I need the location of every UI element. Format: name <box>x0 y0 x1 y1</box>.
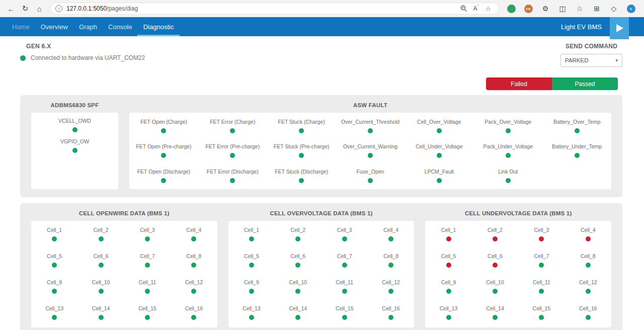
cell-panel-title: CELL OVERVOLTAGE DATA (BMS 1) <box>228 210 415 216</box>
status-label: Cell_9 <box>47 279 62 285</box>
status-indicator: FET Stuck (Charge) <box>267 115 336 139</box>
status-label: Cell_1 <box>441 227 456 233</box>
status-label: Cell_1 <box>244 227 259 233</box>
status-dot-passed <box>230 128 235 133</box>
status-dot-passed <box>230 153 235 158</box>
status-dot-passed <box>446 289 451 294</box>
status-indicator: Cell_8 <box>368 249 414 275</box>
cell-panel: CELL OVERVOLTAGE DATA (BMS 1)Cell_1Cell_… <box>228 203 415 330</box>
read-aloud-caron: ˇ <box>477 4 479 9</box>
status-indicator: VGPIO_OW <box>31 138 118 153</box>
status-indicator: Cell_1 <box>228 223 275 249</box>
status-label: Cell_14 <box>486 305 504 311</box>
status-indicator: Cell_13 <box>228 301 275 327</box>
collections-icon[interactable]: ⊞ <box>590 2 604 16</box>
status-label: Pack_Under_Voltage <box>483 143 533 149</box>
chevron-down-icon: ▾ <box>615 58 618 63</box>
status-indicator: Cell_13 <box>31 301 77 327</box>
status-dot-passed <box>249 315 254 320</box>
status-indicator: Cell_14 <box>77 301 124 327</box>
status-indicator: Cell_5 <box>31 249 77 275</box>
status-dot-passed <box>342 263 347 268</box>
status-label: Cell_11 <box>533 279 550 285</box>
status-dot-passed <box>493 315 498 320</box>
status-dot-passed <box>539 315 544 320</box>
status-label: VGPIO_OW <box>60 138 89 144</box>
status-dot-passed <box>191 315 196 320</box>
status-label: Cell_12 <box>185 279 203 285</box>
back-icon[interactable]: ← <box>4 2 18 16</box>
status-indicator: Cell_7 <box>518 249 565 275</box>
zoom-icon[interactable] <box>458 3 470 14</box>
read-aloud-icon[interactable]: Aˇ <box>470 3 482 14</box>
status-label: Cell_3 <box>337 227 352 233</box>
status-indicator: Link Out <box>473 164 542 189</box>
status-label: Cell_2 <box>94 227 109 233</box>
copilot-icon-badge: e <box>627 5 635 13</box>
refresh-icon[interactable]: ↻ <box>18 2 32 16</box>
status-indicator: Cell_4 <box>171 223 217 249</box>
zoom-magnifier-glyph <box>460 5 467 12</box>
status-label: Link Out <box>498 169 518 175</box>
status-dot-passed <box>99 236 104 241</box>
status-dot-passed <box>506 128 511 133</box>
page-header: GEN 6.X Connected to hardware via UART_C… <box>20 43 622 67</box>
status-dot-passed <box>99 263 104 268</box>
command-select[interactable]: PARKED ▾ <box>560 54 622 67</box>
status-label: Cell_15 <box>533 305 551 311</box>
status-indicator: FET Open (Charge) <box>129 115 198 139</box>
address-bar[interactable]: i 127.0.0.1:5050/pages/diag Aˇ ☆ <box>50 3 499 15</box>
favorite-star-icon[interactable]: ☆ <box>482 3 494 14</box>
tab-graph[interactable]: Graph <box>79 17 97 36</box>
tab-overview[interactable]: Overview <box>41 17 68 36</box>
me-extension-icon[interactable]: me <box>521 2 535 16</box>
cell-panel-title: CELL OPENWIRE DATA (BMS 1) <box>31 210 217 216</box>
status-indicator: Cell_10 <box>77 275 124 301</box>
favorites-icon[interactable]: ☆ <box>573 2 587 16</box>
status-indicator: Cell_10 <box>275 275 321 301</box>
cell-panel: CELL UNDERVOLTAGE DATA (BMS 1)Cell_1Cell… <box>425 203 611 330</box>
status-dot-passed <box>342 289 347 294</box>
status-dot-passed <box>72 127 77 132</box>
status-label: VCELL_OWD <box>58 118 91 124</box>
extensions-gear-icon[interactable]: ⚙ <box>538 2 552 16</box>
extension-green-icon[interactable] <box>504 2 518 16</box>
status-label: Over_Current_Threshold <box>341 119 399 125</box>
nav-tabs: HomeOverviewGraphConsoleDiagnostic <box>12 17 185 36</box>
copilot-icon[interactable]: e <box>624 2 638 16</box>
spf-section: ADBMS6830 SPF VCELL_OWDVGPIO_OW <box>31 95 118 189</box>
tab-home[interactable]: Home <box>12 17 30 36</box>
status-label: FET Stuck (Charge) <box>278 119 325 125</box>
site-info-icon[interactable]: i <box>55 5 62 12</box>
home-icon[interactable]: ⌂ <box>32 2 46 16</box>
status-dot-passed <box>52 236 57 241</box>
status-indicator: Cell_7 <box>124 249 171 275</box>
status-dot-passed <box>342 315 347 320</box>
status-indicator: Over_Current_Warning <box>336 139 405 164</box>
status-indicator: Cell_1 <box>425 223 471 249</box>
status-indicator: LPCM_Fault <box>405 164 473 189</box>
status-dot-passed <box>299 128 304 133</box>
status-indicator: Cell_6 <box>77 249 124 275</box>
status-dot-failed <box>539 236 544 241</box>
status-dot-passed <box>299 153 304 158</box>
tab-console[interactable]: Console <box>108 17 132 36</box>
status-dot-passed <box>145 289 150 294</box>
status-dot-passed <box>437 153 442 158</box>
failed-button[interactable]: Failed <box>486 77 552 90</box>
status-label: Cell_1 <box>47 227 62 233</box>
brand-logo[interactable] <box>610 17 629 39</box>
status-indicator: Over_Current_Threshold <box>336 115 405 139</box>
status-indicator: Battery_Over_Temp <box>542 115 611 139</box>
status-indicator: Cell_11 <box>124 275 171 301</box>
browser-window: ← ↻ ⌂ i 127.0.0.1:5050/pages/diag Aˇ ☆ m… <box>0 0 644 330</box>
status-dot-passed <box>388 315 393 320</box>
status-label: Cell_7 <box>337 253 352 259</box>
status-indicator: Cell_8 <box>565 249 611 275</box>
passed-button[interactable]: Passed <box>552 77 618 90</box>
split-screen-icon[interactable]: ◫ <box>555 2 570 16</box>
tab-diagnostic[interactable]: Diagnostic <box>143 17 174 36</box>
status-dot-failed <box>446 236 451 241</box>
workspaces-icon[interactable]: ◇ <box>607 2 621 16</box>
status-label: Over_Current_Warning <box>343 143 397 149</box>
